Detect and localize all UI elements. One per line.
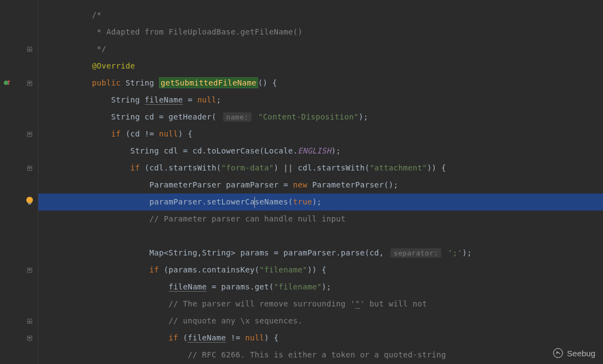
token: getSubmittedFileName (159, 77, 258, 88)
token: ParameterParser(); (312, 180, 398, 189)
code-line[interactable]: if (cdl.startsWith("form-data") || cdl.s… (38, 160, 603, 177)
token: */ (92, 44, 106, 53)
code-line[interactable] (38, 228, 603, 244)
token: "filename" (274, 282, 322, 291)
token: paramParser (226, 180, 278, 189)
code-line[interactable]: String fileName = null; (38, 92, 603, 109)
token: @Override (92, 61, 135, 70)
token: (cd != (126, 129, 159, 138)
code-line[interactable]: ParameterParser paramParser = new Parame… (38, 177, 603, 194)
lightbulb-icon[interactable] (26, 196, 33, 208)
code-line[interactable]: if (params.containsKey("filename")) { (38, 261, 603, 278)
token: ; (217, 95, 221, 104)
code-line[interactable]: public String getSubmittedFileName() { (38, 75, 603, 92)
token: )) { (308, 265, 327, 274)
token: "attachment" (369, 163, 427, 172)
token: ); (312, 197, 321, 206)
svg-marker-8 (28, 337, 31, 339)
token: = (278, 180, 293, 189)
code-line[interactable]: String cdl = cd.toLowerCase(Locale.ENGLI… (38, 143, 603, 160)
token: name: (223, 112, 252, 122)
token: null (197, 95, 217, 104)
svg-marker-3 (28, 133, 31, 135)
token: ) { (178, 129, 192, 138)
code-line[interactable]: // The parser will remove surrounding '"… (38, 295, 603, 312)
token: ' but will not (360, 299, 427, 308)
svg-rect-5 (28, 203, 31, 204)
token: ); (322, 282, 331, 291)
token: if (130, 163, 145, 172)
token: = cd.toLowerCase(Locale. (178, 146, 298, 155)
svg-marker-6 (28, 269, 31, 271)
code-line[interactable]: if (fileName != null) { (38, 329, 603, 346)
fold-up-icon[interactable] (26, 46, 33, 53)
token: fileName (145, 95, 183, 105)
token (253, 112, 258, 121)
token: // unquote any \x sequences. (169, 316, 303, 325)
fold-up-icon[interactable] (26, 317, 33, 325)
token: " (355, 299, 360, 309)
token: "filename" (259, 265, 307, 274)
code-line[interactable]: // unquote any \x sequences. (38, 312, 603, 329)
token: new (293, 180, 312, 189)
token: if (150, 265, 164, 274)
token: ); (462, 248, 471, 257)
token: = paramParser.parse(cd, (269, 248, 389, 257)
seebug-icon (553, 348, 564, 359)
token: null (159, 129, 178, 138)
code-line[interactable]: if (cd != null) { (38, 126, 603, 143)
token: String (111, 112, 145, 121)
fold-down-icon[interactable] (26, 130, 33, 138)
code-editor[interactable]: /* * Adapted from FileUploadBase.getFile… (0, 0, 603, 364)
code-line[interactable]: String cd = getHeader( name: "Content-Di… (38, 109, 603, 126)
editor-gutter (0, 0, 38, 364)
code-line[interactable]: * Adapted from FileUploadBase.getFileNam… (38, 24, 603, 41)
token: ) { (264, 333, 278, 342)
fold-down-icon[interactable] (26, 334, 33, 342)
code-line[interactable]: /* (38, 7, 603, 24)
token (443, 248, 448, 257)
watermark-text: Seebug (567, 349, 595, 358)
token: = params.get( (207, 282, 274, 291)
token: "form-data" (221, 163, 274, 172)
svg-point-9 (554, 349, 563, 358)
token: = (183, 95, 197, 104)
code-line[interactable]: // Parameter parser can handle null inpu… (38, 211, 603, 228)
token: ParameterParser (150, 180, 226, 189)
token: null (245, 333, 264, 342)
code-line[interactable]: */ (38, 41, 603, 58)
token: // The parser will remove surrounding ' (169, 299, 355, 308)
code-line[interactable]: // RFC 6266. This is either a token or a… (38, 346, 603, 363)
token: (params.containsKey( (164, 265, 260, 274)
code-line[interactable]: Map<String,String> params = paramParser.… (38, 244, 603, 261)
current-line[interactable]: paramParser.setLowerCaseNames(true); (38, 194, 603, 211)
token: // RFC 6266. This is either a token or a… (187, 350, 446, 359)
token: ); (359, 112, 368, 121)
fold-down-icon[interactable] (26, 164, 33, 172)
token: seNames( (255, 197, 293, 206)
token: (cdl.startsWith( (145, 163, 221, 172)
token: true (293, 197, 312, 206)
svg-marker-4 (28, 167, 31, 169)
svg-marker-7 (28, 320, 31, 322)
token: * Adapted from FileUploadBase.getFileNam… (92, 27, 303, 36)
token: params (240, 248, 269, 257)
token: )) { (427, 163, 446, 172)
fold-down-icon[interactable] (26, 79, 33, 87)
token: /* (92, 10, 101, 19)
token: ENGLISH (298, 146, 331, 155)
token: separator: (390, 248, 441, 258)
token: "Content-Disposition" (258, 112, 359, 121)
svg-point-10 (557, 352, 558, 353)
code-area[interactable]: /* * Adapted from FileUploadBase.getFile… (38, 0, 603, 364)
code-line[interactable]: fileName = params.get("filename"); (38, 278, 603, 295)
fold-down-icon[interactable] (26, 266, 33, 274)
token: if (169, 333, 183, 342)
token: String (126, 78, 159, 87)
token: ); (331, 146, 340, 155)
token: paramParser.setLowerCa (150, 197, 255, 206)
svg-marker-1 (28, 82, 31, 84)
token: String (111, 95, 145, 104)
code-line[interactable]: @Override (38, 58, 603, 75)
token: ';' (448, 248, 462, 257)
